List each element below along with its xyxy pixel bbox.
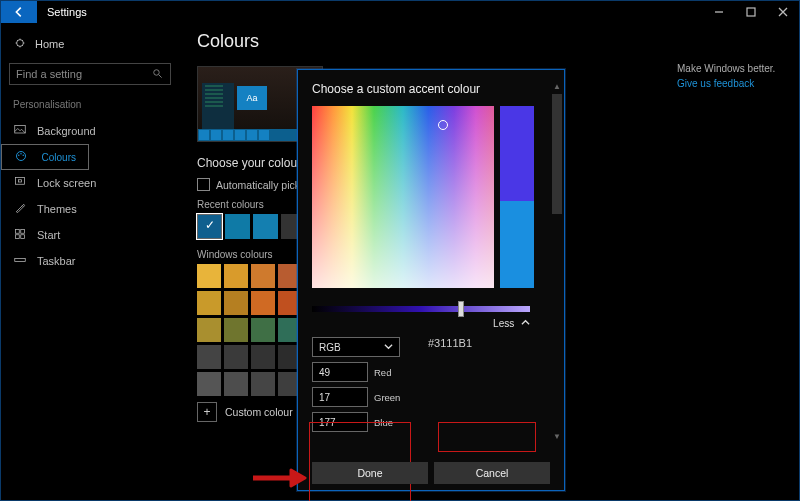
less-label: Less — [493, 318, 514, 329]
svg-point-7 — [18, 155, 20, 157]
recent-colour-swatch[interactable] — [225, 214, 250, 239]
svg-rect-14 — [16, 235, 20, 239]
windows-colour-swatch[interactable] — [197, 345, 221, 369]
nav-item-label: Colours — [42, 152, 76, 163]
annotation-arrow-icon — [251, 467, 307, 489]
red-label: Red — [374, 367, 402, 378]
scrollbar-thumb[interactable] — [552, 94, 562, 214]
nav-item-label: Lock screen — [37, 177, 96, 189]
colour-mode-value: RGB — [319, 342, 341, 353]
minimize-button[interactable] — [703, 1, 735, 23]
checkbox-box — [197, 178, 210, 191]
nav-item-label: Taskbar — [37, 255, 76, 267]
start-icon — [13, 228, 27, 242]
windows-colour-swatch[interactable] — [224, 291, 248, 315]
hue-column[interactable] — [500, 106, 534, 288]
svg-rect-1 — [747, 8, 755, 16]
colour-field[interactable] — [312, 106, 494, 288]
windows-colour-swatch[interactable] — [224, 372, 248, 396]
windows-colour-swatch[interactable] — [197, 291, 221, 315]
colour-cursor-icon — [438, 120, 448, 130]
search-icon — [150, 68, 164, 81]
nav-panel: Home Find a setting Personalisation Back… — [1, 23, 179, 500]
windows-colour-swatch[interactable] — [224, 264, 248, 288]
svg-point-3 — [153, 69, 159, 75]
svg-rect-13 — [21, 230, 25, 234]
value-slider[interactable] — [312, 306, 530, 312]
scroll-up-icon[interactable]: ▲ — [552, 82, 562, 94]
blue-label: Blue — [374, 417, 402, 428]
themes-icon — [13, 202, 27, 216]
nav-home[interactable]: Home — [1, 31, 179, 57]
green-input[interactable]: 17 — [312, 387, 368, 407]
less-toggle[interactable]: Less — [312, 318, 530, 329]
hex-input[interactable]: #3111B1 — [428, 337, 512, 349]
preview-sample-text: Aa — [237, 86, 267, 110]
cancel-button[interactable]: Cancel — [434, 462, 550, 484]
windows-colour-swatch[interactable] — [251, 318, 275, 342]
taskbar-icon — [13, 254, 27, 268]
windows-colour-swatch[interactable] — [251, 291, 275, 315]
background-icon — [13, 124, 27, 138]
nav-item-colours[interactable]: Colours — [1, 144, 89, 170]
nav-item-start[interactable]: Start — [1, 222, 179, 248]
nav-item-lockscreen[interactable]: Lock screen — [1, 170, 179, 196]
svg-rect-27 — [312, 106, 494, 288]
lockscreen-icon — [13, 176, 27, 190]
done-button[interactable]: Done — [312, 462, 428, 484]
home-icon — [13, 37, 27, 51]
svg-rect-16 — [15, 259, 26, 262]
slider-thumb[interactable] — [458, 301, 464, 317]
svg-rect-15 — [21, 235, 25, 239]
colour-mode-select[interactable]: RGB — [312, 337, 400, 357]
scroll-down-icon[interactable]: ▼ — [552, 432, 562, 444]
nav-item-label: Background — [37, 125, 96, 137]
green-label: Green — [374, 392, 402, 403]
windows-colour-swatch[interactable] — [251, 345, 275, 369]
dialog-scrollbar[interactable]: ▲ ▼ — [552, 82, 562, 444]
feedback-panel: Make Windows better. Give us feedback — [677, 63, 787, 89]
red-input[interactable]: 49 — [312, 362, 368, 382]
chevron-down-icon — [384, 342, 393, 353]
windows-colour-swatch[interactable] — [197, 318, 221, 342]
svg-rect-10 — [16, 178, 25, 185]
maximize-button[interactable] — [735, 1, 767, 23]
search-input[interactable]: Find a setting — [9, 63, 171, 85]
windows-colour-swatch[interactable] — [251, 264, 275, 288]
nav-item-background[interactable]: Background — [1, 118, 179, 144]
rgb-panel: RGB 49 Red 17 Green 177 Blue — [312, 337, 402, 432]
feedback-text: Make Windows better. — [677, 63, 787, 74]
windows-colour-swatch[interactable] — [251, 372, 275, 396]
dialog-title: Choose a custom accent colour — [312, 82, 550, 96]
windows-colour-swatch[interactable] — [197, 264, 221, 288]
plus-icon: + — [197, 402, 217, 422]
nav-item-taskbar[interactable]: Taskbar — [1, 248, 179, 274]
feedback-link[interactable]: Give us feedback — [677, 78, 787, 89]
windows-colour-swatch[interactable] — [197, 372, 221, 396]
svg-line-4 — [158, 74, 161, 77]
chevron-up-icon — [521, 318, 530, 329]
nav-item-themes[interactable]: Themes — [1, 196, 179, 222]
nav-item-label: Themes — [37, 203, 77, 215]
recent-colour-swatch[interactable] — [253, 214, 278, 239]
windows-colour-swatch[interactable] — [224, 345, 248, 369]
nav-item-label: Start — [37, 229, 60, 241]
titlebar: Settings — [1, 1, 799, 23]
svg-rect-12 — [16, 230, 20, 234]
svg-point-8 — [20, 153, 22, 155]
svg-point-9 — [23, 155, 25, 157]
nav-section-label: Personalisation — [1, 95, 179, 114]
colours-icon — [14, 150, 28, 164]
close-button[interactable] — [767, 1, 799, 23]
page-title: Colours — [197, 31, 799, 52]
blue-input[interactable]: 177 — [312, 412, 368, 432]
colour-picker-dialog: Choose a custom accent colour — [297, 69, 565, 491]
recent-colour-swatch[interactable] — [197, 214, 222, 239]
svg-rect-11 — [19, 180, 22, 182]
back-button[interactable] — [1, 1, 37, 23]
window-title: Settings — [37, 6, 703, 18]
hex-panel: #3111B1 — [428, 337, 512, 432]
windows-colour-swatch[interactable] — [224, 318, 248, 342]
svg-point-6 — [17, 152, 26, 161]
nav-home-label: Home — [35, 38, 64, 50]
